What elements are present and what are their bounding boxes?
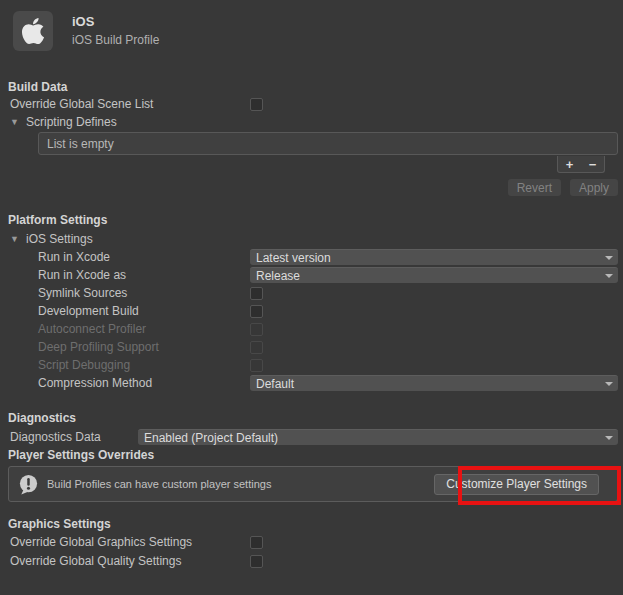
- help-box-text: Build Profiles can have custom player se…: [47, 478, 434, 490]
- row-script-debugging: Script Debugging: [0, 356, 623, 374]
- remove-item-button[interactable]: −: [581, 156, 604, 172]
- customize-player-settings-button[interactable]: Customize Player Settings: [434, 474, 599, 495]
- autoconnect-profiler-label: Autoconnect Profiler: [38, 322, 250, 336]
- profile-header-text: iOS iOS Build Profile: [72, 11, 159, 47]
- profile-title: iOS: [72, 14, 159, 29]
- row-run-in-xcode: Run in Xcode Latest version: [0, 248, 623, 266]
- row-run-in-xcode-as: Run in Xcode as Release: [0, 266, 623, 284]
- override-global-scene-list-checkbox[interactable]: [250, 98, 263, 111]
- diagnostics-data-dropdown[interactable]: Enabled (Project Default): [138, 429, 618, 445]
- deep-profiling-support-label: Deep Profiling Support: [38, 340, 250, 354]
- override-global-quality-settings-label: Override Global Quality Settings: [10, 554, 250, 568]
- foldout-open-icon[interactable]: ▼: [10, 117, 26, 127]
- platform-settings-heading: Platform Settings: [0, 212, 623, 228]
- foldout-open-icon[interactable]: ▼: [10, 234, 26, 244]
- row-diagnostics-data: Diagnostics Data Enabled (Project Defaul…: [0, 428, 623, 446]
- section-build-data: Build Data Override Global Scene List ▼ …: [0, 79, 623, 196]
- diagnostics-data-label: Diagnostics Data: [10, 430, 138, 444]
- list-empty-text: List is empty: [47, 137, 114, 151]
- development-build-label: Development Build: [38, 304, 250, 318]
- row-autoconnect-profiler: Autoconnect Profiler: [0, 320, 623, 338]
- symlink-sources-label: Symlink Sources: [38, 286, 250, 300]
- player-settings-overrides-heading: Player Settings Overrides: [0, 447, 623, 463]
- row-development-build: Development Build: [0, 302, 623, 320]
- override-global-quality-settings-checkbox[interactable]: [250, 555, 263, 568]
- compression-method-value: Default: [256, 377, 294, 391]
- diagnostics-data-value: Enabled (Project Default): [144, 431, 278, 445]
- section-player-settings-overrides: Player Settings Overrides Build Profiles…: [0, 447, 623, 502]
- autoconnect-profiler-checkbox: [250, 323, 263, 336]
- ios-settings-label: iOS Settings: [26, 232, 93, 246]
- development-build-checkbox[interactable]: [250, 305, 263, 318]
- override-global-graphics-settings-label: Override Global Graphics Settings: [10, 535, 250, 549]
- row-override-global-scene-list: Override Global Scene List: [0, 95, 623, 113]
- list-add-remove-box: + −: [557, 156, 605, 173]
- script-debugging-checkbox: [250, 359, 263, 372]
- run-in-xcode-dropdown[interactable]: Latest version: [250, 249, 618, 265]
- diagnostics-heading: Diagnostics: [0, 410, 623, 426]
- chevron-down-icon: [605, 382, 613, 386]
- row-compression-method: Compression Method Default: [0, 374, 623, 392]
- script-debugging-label: Script Debugging: [38, 358, 250, 372]
- section-graphics-settings: Graphics Settings Override Global Graphi…: [0, 516, 623, 570]
- apple-icon: [13, 11, 53, 51]
- build-data-heading: Build Data: [0, 79, 623, 95]
- run-in-xcode-value: Latest version: [256, 251, 331, 265]
- apply-button[interactable]: Apply: [570, 179, 618, 196]
- player-settings-help-box: Build Profiles can have custom player se…: [8, 466, 618, 502]
- revert-button[interactable]: Revert: [508, 179, 561, 196]
- section-diagnostics: Diagnostics Diagnostics Data Enabled (Pr…: [0, 410, 623, 446]
- chevron-down-icon: [605, 256, 613, 260]
- symlink-sources-checkbox[interactable]: [250, 287, 263, 300]
- apple-logo-glyph: [20, 16, 46, 46]
- run-in-xcode-as-value: Release: [256, 269, 300, 283]
- row-symlink-sources: Symlink Sources: [0, 284, 623, 302]
- section-platform-settings: Platform Settings ▼ iOS Settings Run in …: [0, 212, 623, 392]
- override-global-graphics-settings-checkbox[interactable]: [250, 536, 263, 549]
- scripting-defines-list-footer: + −: [0, 156, 623, 173]
- row-override-global-quality-settings: Override Global Quality Settings: [0, 552, 623, 570]
- profile-subtitle: iOS Build Profile: [72, 33, 159, 47]
- scripting-defines-foldout[interactable]: ▼ Scripting Defines: [0, 113, 623, 131]
- scripting-defines-list: List is empty: [38, 132, 618, 155]
- run-in-xcode-label: Run in Xcode: [38, 250, 250, 264]
- graphics-settings-heading: Graphics Settings: [0, 516, 623, 532]
- row-override-global-graphics-settings: Override Global Graphics Settings: [0, 533, 623, 551]
- info-bubble-icon: [17, 473, 40, 496]
- run-in-xcode-as-dropdown[interactable]: Release: [250, 267, 618, 283]
- chevron-down-icon: [605, 274, 613, 278]
- ios-settings-foldout[interactable]: ▼ iOS Settings: [0, 230, 623, 248]
- run-in-xcode-as-label: Run in Xcode as: [38, 268, 250, 282]
- compression-method-dropdown[interactable]: Default: [250, 375, 618, 391]
- scripting-defines-label: Scripting Defines: [26, 115, 117, 129]
- deep-profiling-support-checkbox: [250, 341, 263, 354]
- profile-header: iOS iOS Build Profile: [0, 0, 623, 51]
- revert-apply-row: Revert Apply: [0, 179, 623, 196]
- chevron-down-icon: [605, 436, 613, 440]
- add-item-button[interactable]: +: [558, 156, 581, 172]
- ios-build-profile-panel: iOS iOS Build Profile Build Data Overrid…: [0, 0, 623, 595]
- row-deep-profiling-support: Deep Profiling Support: [0, 338, 623, 356]
- compression-method-label: Compression Method: [38, 376, 250, 390]
- override-global-scene-list-label: Override Global Scene List: [10, 97, 250, 111]
